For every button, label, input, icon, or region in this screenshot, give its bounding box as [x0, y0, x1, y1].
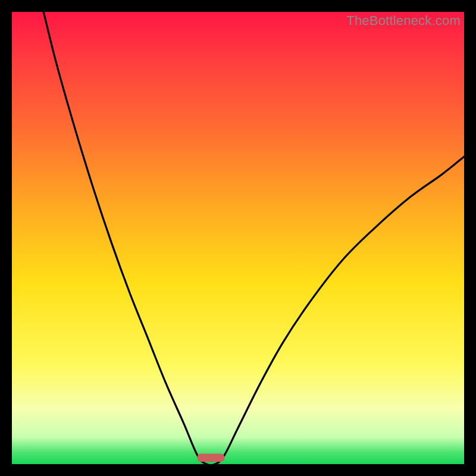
chart-frame: TheBottleneck.com	[12, 12, 464, 464]
watermark-text: TheBottleneck.com	[346, 13, 461, 29]
chart-background	[12, 12, 464, 464]
bottleneck-chart	[12, 12, 464, 464]
minimum-marker	[198, 454, 225, 462]
